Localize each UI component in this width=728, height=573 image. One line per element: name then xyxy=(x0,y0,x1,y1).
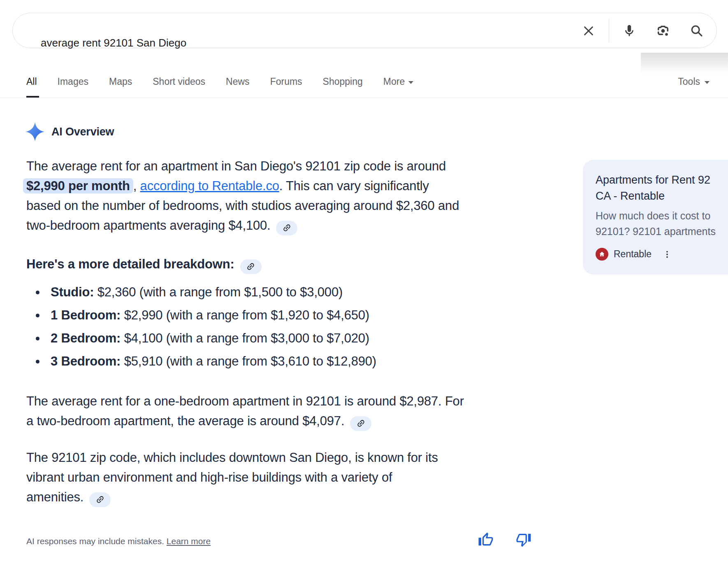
clear-search-button[interactable] xyxy=(581,23,596,39)
tab-all[interactable]: All xyxy=(26,76,37,87)
source-card-attribution: Rentable xyxy=(596,248,728,261)
paragraph-line: vibrant urban environment and high-rise … xyxy=(26,468,438,487)
paragraph-line: amenities. xyxy=(26,487,438,507)
learn-more-link[interactable]: Learn more xyxy=(167,536,211,546)
paragraph-line: The average rent for a one-bedroom apart… xyxy=(26,391,464,411)
search-bar[interactable]: average rent 92101 San Diego xyxy=(12,13,717,48)
paragraph-line: $2,990 per month, according to Rentable.… xyxy=(26,176,459,196)
link-icon xyxy=(246,262,255,271)
lens-search-button[interactable] xyxy=(655,23,671,39)
ai-overview-header: AI Overview xyxy=(26,122,114,141)
ai-overview-paragraph-2: The average rent for a one-bedroom apart… xyxy=(26,391,464,431)
card-options-button[interactable] xyxy=(663,250,672,259)
tab-images[interactable]: Images xyxy=(58,76,88,87)
thumbs-down-button[interactable] xyxy=(514,530,533,549)
search-input[interactable]: average rent 92101 San Diego xyxy=(41,37,186,49)
ai-overview-label: AI Overview xyxy=(51,126,114,138)
three-dot-menu-icon xyxy=(663,250,672,259)
tools-button[interactable]: Tools xyxy=(678,66,709,98)
link-icon xyxy=(282,223,292,233)
bullet-dot xyxy=(36,291,39,294)
ai-disclaimer: AI responses may include mistakes. Learn… xyxy=(26,536,211,546)
thumbs-down-icon xyxy=(516,532,531,547)
search-icon xyxy=(690,24,704,38)
chevron-down-icon xyxy=(705,81,709,84)
source-link-chip[interactable] xyxy=(276,221,297,235)
chevron-down-icon xyxy=(408,81,413,84)
list-item: 1 Bedroom: $2,990 (with a range from $1,… xyxy=(26,305,376,325)
sparkle-icon xyxy=(26,122,44,141)
source-name: Rentable xyxy=(614,249,651,260)
rent-breakdown-list: Studio: $2,360 (with a range from $1,500… xyxy=(26,282,376,375)
list-item: 2 Bedroom: $4,100 (with a range from $3,… xyxy=(26,328,376,348)
google-search-results-page: average rent 92101 San Diego All xyxy=(0,0,728,573)
thumbs-up-button[interactable] xyxy=(476,530,495,549)
thumbs-up-icon xyxy=(478,532,494,547)
link-icon xyxy=(356,419,366,428)
source-card-rentable[interactable]: Apartments for Rent 92 CA - Rentable How… xyxy=(583,160,728,275)
tab-shopping[interactable]: Shopping xyxy=(323,76,363,87)
paragraph-line: The 92101 zip code, which includes downt… xyxy=(26,448,438,468)
close-icon xyxy=(582,24,595,37)
rentable-logo-icon xyxy=(596,248,608,261)
bullet-dot xyxy=(36,314,39,317)
tabs-bottom-rule xyxy=(0,98,728,98)
ai-overview-paragraph-3: The 92101 zip code, which includes downt… xyxy=(26,448,438,507)
source-link-chip[interactable] xyxy=(240,259,262,274)
breakdown-heading: Here's a more detailed breakdown: xyxy=(26,254,262,274)
source-card-title[interactable]: Apartments for Rent 92 CA - Rentable xyxy=(596,172,728,204)
search-submit-button[interactable] xyxy=(689,23,705,39)
search-bar-divider xyxy=(609,19,609,42)
source-link-chip[interactable] xyxy=(350,416,371,431)
paragraph-line: two-bedroom apartments averaging $4,100. xyxy=(26,216,459,235)
result-type-tabs: All Images Maps Short videos News Forums… xyxy=(26,66,413,98)
source-card-snippet: How much does it cost to 92101? 92101 ap… xyxy=(596,208,728,239)
paragraph-line: a two-bedroom apartment, the average is … xyxy=(26,411,464,431)
link-icon xyxy=(95,495,105,504)
list-item: Studio: $2,360 (with a range from $1,500… xyxy=(26,282,376,302)
microphone-icon xyxy=(622,24,636,38)
voice-search-button[interactable] xyxy=(621,23,637,39)
bullet-dot xyxy=(36,360,39,363)
lens-camera-icon xyxy=(656,24,670,38)
tab-news[interactable]: News xyxy=(226,76,250,87)
ai-overview-paragraph-1: The average rent for an apartment in San… xyxy=(26,156,459,235)
bullet-dot xyxy=(36,337,39,340)
rentable-source-link[interactable]: according to Rentable.co xyxy=(140,179,279,193)
source-link-chip[interactable] xyxy=(89,492,111,507)
tab-more[interactable]: More xyxy=(383,76,413,87)
paragraph-line: based on the number of bedrooms, with st… xyxy=(26,196,459,216)
list-item: 3 Bedroom: $5,910 (with a range from $3,… xyxy=(26,352,376,371)
highlighted-text: $2,990 per month xyxy=(23,178,133,193)
tab-forums[interactable]: Forums xyxy=(270,76,302,87)
paragraph-line: The average rent for an apartment in San… xyxy=(26,156,459,176)
tab-short-videos[interactable]: Short videos xyxy=(153,76,205,87)
tab-maps[interactable]: Maps xyxy=(109,76,132,87)
